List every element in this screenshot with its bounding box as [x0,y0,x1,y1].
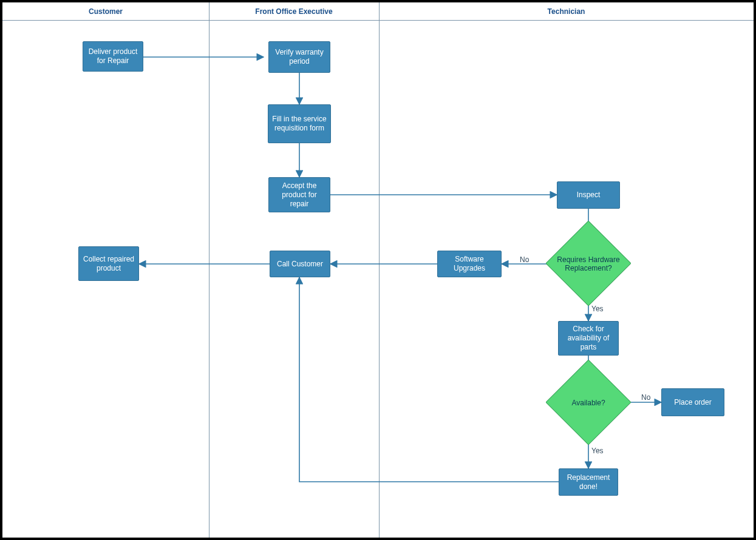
lane-header-technician: Technician [379,2,754,21]
task-label: Verify warranty period [273,48,326,66]
task-software-upgrades[interactable]: Software Upgrades [437,251,502,277]
task-label: Fill in the service requisition form [272,115,327,133]
task-label: Call Customer [277,260,323,269]
decision-available[interactable]: Available? [546,371,631,434]
task-label: Collect repaired product [83,255,135,273]
decision-label: Requires Hardware Replacement? [546,232,631,295]
decision-requires-hw-replacement[interactable]: Requires Hardware Replacement? [546,232,631,295]
task-label: Accept the product for repair [273,181,326,209]
task-accept-product[interactable]: Accept the product for repair [268,177,330,212]
task-place-order[interactable]: Place order [661,388,724,416]
decision-label: Available? [546,371,631,434]
task-fill-service-form[interactable]: Fill in the service requisition form [268,104,331,143]
edge-label-available-no: No [641,393,650,402]
task-label: Software Upgrades [441,255,497,273]
task-label: Check for availability of parts [562,325,615,352]
edge-label-requires-hw-no: No [520,255,529,264]
task-deliver-product[interactable]: Deliver product for Repair [83,41,143,72]
task-label: Replacement done! [563,473,614,491]
task-check-parts[interactable]: Check for availability of parts [558,321,619,356]
task-inspect[interactable]: Inspect [557,181,620,209]
edge-label-requires-hw-yes: Yes [591,305,604,313]
task-label: Inspect [577,191,601,200]
lane-divider [209,2,209,538]
task-label: Deliver product for Repair [87,47,139,66]
lane-divider [379,2,380,538]
task-replacement-done[interactable]: Replacement done! [559,468,618,496]
lane-header-customer: Customer [2,2,209,21]
lane-header-label: Technician [548,7,585,16]
task-label: Place order [674,398,711,407]
lane-header-label: Front Office Executive [255,7,332,16]
task-verify-warranty[interactable]: Verify warranty period [268,41,330,73]
task-call-customer[interactable]: Call Customer [270,251,330,277]
task-collect-repaired-product[interactable]: Collect repaired product [78,246,139,281]
edge-label-available-yes: Yes [591,447,604,455]
flowchart-canvas: Customer Front Office Executive Technici… [0,0,756,540]
lane-header-label: Customer [89,7,123,16]
lane-header-front-office: Front Office Executive [209,2,379,21]
